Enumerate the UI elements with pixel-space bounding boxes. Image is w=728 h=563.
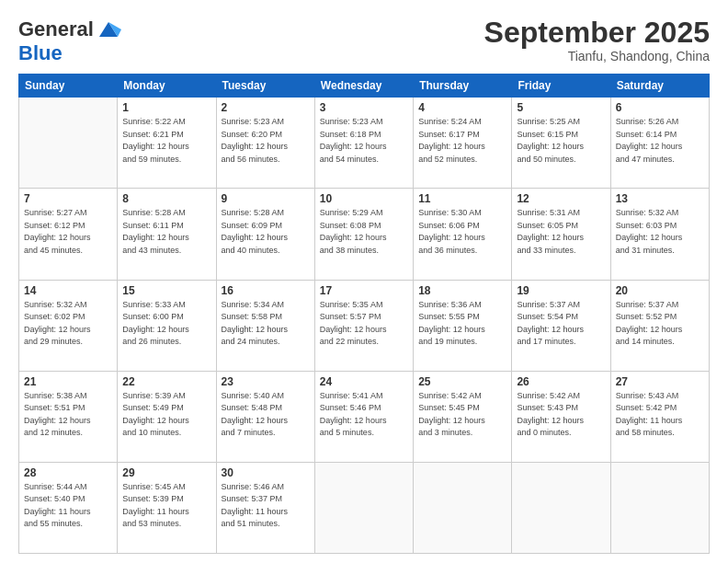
logo-icon: [96, 17, 121, 42]
day-info: Sunrise: 5:43 AM Sunset: 5:42 PM Dayligh…: [616, 390, 704, 440]
table-row: 2Sunrise: 5:23 AM Sunset: 6:20 PM Daylig…: [216, 98, 314, 189]
day-info: Sunrise: 5:30 AM Sunset: 6:06 PM Dayligh…: [418, 207, 506, 257]
table-row: 23Sunrise: 5:40 AM Sunset: 5:48 PM Dayli…: [216, 371, 314, 462]
logo-text-blue: Blue: [18, 42, 121, 64]
day-number: 9: [222, 192, 310, 205]
day-number: 27: [616, 375, 704, 388]
table-row: 13Sunrise: 5:32 AM Sunset: 6:03 PM Dayli…: [610, 189, 709, 280]
day-info: Sunrise: 5:31 AM Sunset: 6:05 PM Dayligh…: [517, 207, 605, 257]
col-sunday: Sunday: [19, 75, 118, 98]
day-number: 23: [222, 375, 310, 388]
day-number: 4: [418, 101, 506, 114]
table-row: [512, 462, 610, 553]
table-row: 18Sunrise: 5:36 AM Sunset: 5:55 PM Dayli…: [414, 280, 512, 371]
calendar-week-row: 28Sunrise: 5:44 AM Sunset: 5:40 PM Dayli…: [19, 462, 710, 553]
day-number: 22: [122, 375, 210, 388]
table-row: 27Sunrise: 5:43 AM Sunset: 5:42 PM Dayli…: [610, 371, 709, 462]
day-number: 26: [517, 375, 605, 388]
col-tuesday: Tuesday: [216, 75, 314, 98]
table-row: 30Sunrise: 5:46 AM Sunset: 5:37 PM Dayli…: [216, 462, 314, 553]
day-number: 20: [616, 284, 704, 297]
table-row: [19, 98, 118, 189]
day-number: 29: [122, 466, 210, 479]
table-row: 17Sunrise: 5:35 AM Sunset: 5:57 PM Dayli…: [314, 280, 413, 371]
day-number: 18: [418, 284, 506, 297]
day-info: Sunrise: 5:34 AM Sunset: 5:58 PM Dayligh…: [222, 299, 310, 349]
day-info: Sunrise: 5:40 AM Sunset: 5:48 PM Dayligh…: [222, 390, 310, 440]
col-monday: Monday: [118, 75, 216, 98]
calendar-week-row: 14Sunrise: 5:32 AM Sunset: 6:02 PM Dayli…: [19, 280, 710, 371]
day-info: Sunrise: 5:42 AM Sunset: 5:43 PM Dayligh…: [517, 390, 605, 440]
day-info: Sunrise: 5:45 AM Sunset: 5:39 PM Dayligh…: [122, 481, 210, 531]
day-number: 15: [122, 284, 210, 297]
logo-text-general: General: [18, 18, 94, 40]
day-number: 14: [24, 284, 112, 297]
col-friday: Friday: [512, 75, 610, 98]
table-row: 16Sunrise: 5:34 AM Sunset: 5:58 PM Dayli…: [216, 280, 314, 371]
table-row: 12Sunrise: 5:31 AM Sunset: 6:05 PM Dayli…: [512, 189, 610, 280]
table-row: 22Sunrise: 5:39 AM Sunset: 5:49 PM Dayli…: [118, 371, 216, 462]
day-number: 1: [122, 101, 210, 114]
table-row: 20Sunrise: 5:37 AM Sunset: 5:52 PM Dayli…: [610, 280, 709, 371]
day-info: Sunrise: 5:29 AM Sunset: 6:08 PM Dayligh…: [320, 207, 408, 257]
header: General Blue September 2025 Tianfu, Shan…: [18, 17, 710, 64]
table-row: 8Sunrise: 5:28 AM Sunset: 6:11 PM Daylig…: [118, 189, 216, 280]
table-row: 3Sunrise: 5:23 AM Sunset: 6:18 PM Daylig…: [314, 98, 413, 189]
day-number: 11: [418, 192, 506, 205]
day-number: 7: [24, 192, 112, 205]
table-row: 24Sunrise: 5:41 AM Sunset: 5:46 PM Dayli…: [314, 371, 413, 462]
day-number: 21: [24, 375, 112, 388]
table-row: 10Sunrise: 5:29 AM Sunset: 6:08 PM Dayli…: [314, 189, 413, 280]
month-title: September 2025: [484, 17, 710, 49]
day-info: Sunrise: 5:23 AM Sunset: 6:20 PM Dayligh…: [222, 116, 310, 166]
table-row: 15Sunrise: 5:33 AM Sunset: 6:00 PM Dayli…: [118, 280, 216, 371]
day-info: Sunrise: 5:23 AM Sunset: 6:18 PM Dayligh…: [320, 116, 408, 166]
day-number: 30: [222, 466, 310, 479]
table-row: [610, 462, 709, 553]
col-thursday: Thursday: [414, 75, 512, 98]
day-info: Sunrise: 5:44 AM Sunset: 5:40 PM Dayligh…: [24, 481, 112, 531]
table-row: 21Sunrise: 5:38 AM Sunset: 5:51 PM Dayli…: [19, 371, 118, 462]
location-subtitle: Tianfu, Shandong, China: [484, 49, 710, 63]
day-info: Sunrise: 5:39 AM Sunset: 5:49 PM Dayligh…: [122, 390, 210, 440]
table-row: 19Sunrise: 5:37 AM Sunset: 5:54 PM Dayli…: [512, 280, 610, 371]
day-number: 16: [222, 284, 310, 297]
table-row: 7Sunrise: 5:27 AM Sunset: 6:12 PM Daylig…: [19, 189, 118, 280]
col-wednesday: Wednesday: [314, 75, 413, 98]
day-info: Sunrise: 5:36 AM Sunset: 5:55 PM Dayligh…: [418, 299, 506, 349]
day-info: Sunrise: 5:37 AM Sunset: 5:54 PM Dayligh…: [517, 299, 605, 349]
title-block: September 2025 Tianfu, Shandong, China: [484, 17, 710, 63]
table-row: 4Sunrise: 5:24 AM Sunset: 6:17 PM Daylig…: [414, 98, 512, 189]
calendar-week-row: 1Sunrise: 5:22 AM Sunset: 6:21 PM Daylig…: [19, 98, 710, 189]
table-row: [414, 462, 512, 553]
day-number: 12: [517, 192, 605, 205]
day-info: Sunrise: 5:24 AM Sunset: 6:17 PM Dayligh…: [418, 116, 506, 166]
calendar-week-row: 7Sunrise: 5:27 AM Sunset: 6:12 PM Daylig…: [19, 189, 710, 280]
day-number: 8: [122, 192, 210, 205]
day-number: 25: [418, 375, 506, 388]
table-row: 6Sunrise: 5:26 AM Sunset: 6:14 PM Daylig…: [610, 98, 709, 189]
day-number: 5: [517, 101, 605, 114]
day-number: 28: [24, 466, 112, 479]
day-info: Sunrise: 5:27 AM Sunset: 6:12 PM Dayligh…: [24, 207, 112, 257]
table-row: 1Sunrise: 5:22 AM Sunset: 6:21 PM Daylig…: [118, 98, 216, 189]
table-row: 28Sunrise: 5:44 AM Sunset: 5:40 PM Dayli…: [19, 462, 118, 553]
day-info: Sunrise: 5:28 AM Sunset: 6:09 PM Dayligh…: [222, 207, 310, 257]
day-info: Sunrise: 5:33 AM Sunset: 6:00 PM Dayligh…: [122, 299, 210, 349]
day-number: 3: [320, 101, 408, 114]
day-info: Sunrise: 5:46 AM Sunset: 5:37 PM Dayligh…: [222, 481, 310, 531]
calendar-header-row: Sunday Monday Tuesday Wednesday Thursday…: [19, 75, 710, 98]
logo: General Blue: [18, 17, 121, 64]
day-info: Sunrise: 5:28 AM Sunset: 6:11 PM Dayligh…: [122, 207, 210, 257]
day-info: Sunrise: 5:38 AM Sunset: 5:51 PM Dayligh…: [24, 390, 112, 440]
table-row: 11Sunrise: 5:30 AM Sunset: 6:06 PM Dayli…: [414, 189, 512, 280]
day-info: Sunrise: 5:26 AM Sunset: 6:14 PM Dayligh…: [616, 116, 704, 166]
day-number: 17: [320, 284, 408, 297]
col-saturday: Saturday: [610, 75, 709, 98]
day-number: 6: [616, 101, 704, 114]
day-number: 19: [517, 284, 605, 297]
day-number: 24: [320, 375, 408, 388]
table-row: 26Sunrise: 5:42 AM Sunset: 5:43 PM Dayli…: [512, 371, 610, 462]
table-row: [314, 462, 413, 553]
calendar-week-row: 21Sunrise: 5:38 AM Sunset: 5:51 PM Dayli…: [19, 371, 710, 462]
